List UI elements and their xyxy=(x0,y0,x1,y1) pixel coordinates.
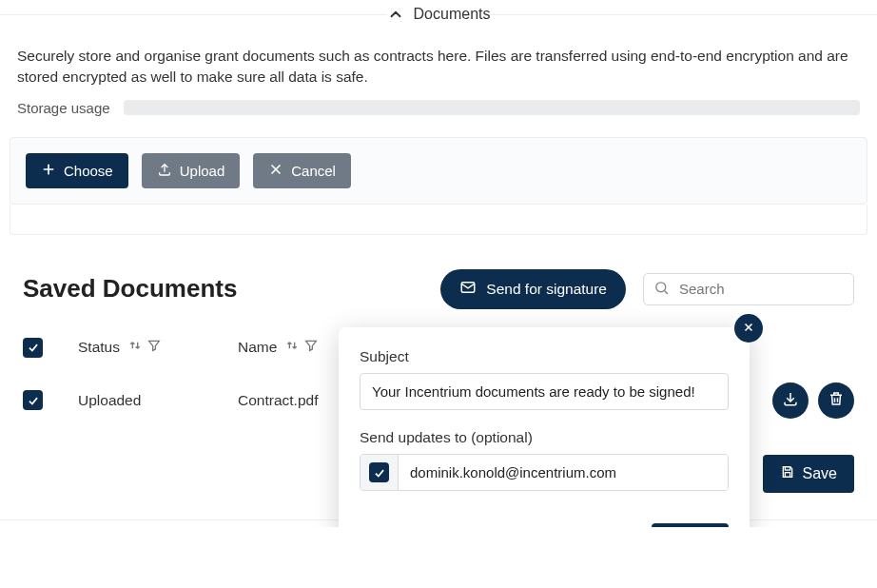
svg-point-6 xyxy=(656,283,666,292)
chevron-up-icon xyxy=(387,6,404,23)
section-description: Securely store and organise grant docume… xyxy=(0,29,877,94)
choose-button[interactable]: Choose xyxy=(26,153,128,188)
column-name-label: Name xyxy=(238,339,277,356)
storage-usage-bar xyxy=(124,100,860,115)
send-signature-popover: Subject Send updates to (optional) Send xyxy=(339,327,750,527)
download-icon xyxy=(782,390,799,411)
svg-line-7 xyxy=(665,291,668,294)
svg-rect-12 xyxy=(785,473,789,478)
filter-icon[interactable] xyxy=(303,338,319,357)
updates-email-input[interactable] xyxy=(399,455,728,490)
plus-icon xyxy=(41,162,56,180)
save-button[interactable]: Save xyxy=(763,455,854,493)
cancel-label: Cancel xyxy=(291,163,336,179)
search-field[interactable] xyxy=(643,273,854,305)
search-icon xyxy=(653,280,670,299)
upload-button[interactable]: Upload xyxy=(142,153,241,188)
trash-icon xyxy=(828,390,845,411)
filter-icon[interactable] xyxy=(146,338,162,357)
upload-dropzone[interactable] xyxy=(10,205,867,235)
section-header[interactable]: Documents xyxy=(387,0,491,29)
cancel-button[interactable]: Cancel xyxy=(253,153,351,188)
popover-close-button[interactable] xyxy=(734,314,763,343)
upload-panel: Choose Upload Cancel xyxy=(10,137,867,205)
select-all-checkbox[interactable] xyxy=(23,338,43,358)
delete-button[interactable] xyxy=(818,382,854,419)
close-icon xyxy=(268,162,283,180)
updates-label: Send updates to (optional) xyxy=(360,429,729,446)
save-label: Save xyxy=(803,465,837,482)
subject-label: Subject xyxy=(360,348,729,365)
upload-label: Upload xyxy=(180,163,225,179)
sort-icon[interactable] xyxy=(284,338,300,357)
svg-rect-11 xyxy=(785,467,789,470)
row-checkbox[interactable] xyxy=(23,390,43,410)
storage-usage-row: Storage usage xyxy=(0,94,877,129)
close-icon xyxy=(742,321,755,337)
saved-documents-title: Saved Documents xyxy=(23,274,237,304)
column-status-label: Status xyxy=(78,339,120,356)
storage-usage-label: Storage usage xyxy=(17,100,110,116)
sort-icon[interactable] xyxy=(127,338,143,357)
save-icon xyxy=(780,464,795,483)
upload-icon xyxy=(157,162,172,180)
send-for-signature-label: Send for signature xyxy=(486,281,607,298)
send-button[interactable]: Send xyxy=(652,523,729,527)
search-input[interactable] xyxy=(677,280,844,298)
updates-checkbox[interactable] xyxy=(369,462,389,482)
subject-input[interactable] xyxy=(360,373,729,410)
row-status: Uploaded xyxy=(78,392,230,409)
column-status[interactable]: Status xyxy=(78,338,230,357)
mail-icon xyxy=(459,279,477,300)
send-for-signature-button[interactable]: Send for signature xyxy=(440,269,626,309)
section-title: Documents xyxy=(414,6,491,23)
choose-label: Choose xyxy=(64,163,113,179)
download-button[interactable] xyxy=(772,382,809,419)
